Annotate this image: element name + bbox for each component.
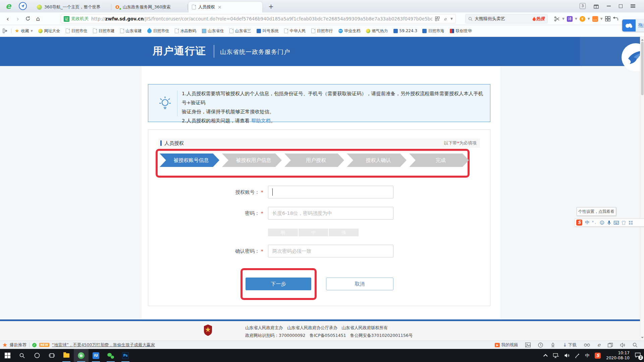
ie-compat-icon[interactable]: e — [444, 16, 446, 21]
hot-search[interactable]: 热搜 — [532, 16, 545, 22]
promo-ticker-link[interactable]: “地雷球”，不要4500万打胎费，靠偷生孩子成最大赢家 — [52, 342, 155, 348]
bookmark-item[interactable]: 山东省建 — [120, 28, 142, 34]
ime-mode-chinese[interactable]: 中 — [585, 220, 589, 226]
account-input[interactable] — [268, 186, 393, 198]
help-doc-link[interactable]: 帮助文档 — [251, 118, 271, 123]
page-scrollbar[interactable] — [640, 37, 644, 341]
url-text[interactable]: http://zwfw.sd.gov.cn/JIS/frontcoruser/c… — [91, 16, 432, 21]
tab-360-nav[interactable]: 360导航_一个主页，整个世界 — [34, 2, 111, 12]
zoom-search-icon[interactable] — [633, 343, 637, 347]
taskbar-search-button[interactable] — [15, 349, 30, 362]
task-view-button[interactable] — [44, 349, 59, 362]
password-input[interactable] — [268, 207, 393, 220]
bookmark-item[interactable]: 山东省三 — [229, 28, 251, 34]
tab-close-icon[interactable]: × — [218, 4, 222, 10]
qr-code-icon[interactable] — [435, 16, 440, 21]
wechat-button[interactable] — [103, 349, 118, 362]
bookmark-item[interactable]: 日照市海 — [422, 28, 444, 34]
bookmark-item[interactable]: 中华人民 — [284, 28, 306, 34]
tab-person-authorization[interactable]: 人员授权 × — [189, 2, 262, 12]
new-tab-button[interactable]: + — [268, 3, 274, 10]
bookmark-item[interactable]: 叫号系统 — [257, 28, 279, 34]
start-button[interactable] — [0, 349, 15, 362]
sogou-logo-icon[interactable]: S — [576, 220, 582, 226]
my-video-button[interactable]: ▶我的视频 — [495, 342, 518, 348]
maximize-button[interactable] — [619, 4, 623, 8]
game-center-icon[interactable] — [592, 16, 598, 22]
chevron-down-icon[interactable]: ▼ — [600, 17, 603, 20]
reader-glasses-icon[interactable] — [584, 343, 590, 347]
bookmark-item[interactable]: 水晶数码 — [175, 28, 197, 34]
bookmark-item[interactable]: 燃气热力 — [366, 28, 388, 34]
volume-icon[interactable] — [565, 353, 570, 358]
bookmark-item[interactable]: 山东省住 — [202, 28, 224, 34]
tab-sd-gov-search[interactable]: O 山东政务服务网_360搜索 — [112, 2, 188, 12]
split-window-icon[interactable] — [608, 343, 613, 347]
emoji-icon[interactable]: ☺ — [600, 220, 604, 225]
keyboard-icon[interactable] — [614, 221, 619, 225]
search-query[interactable]: 大熊猫街头卖艺 — [475, 16, 532, 22]
iu-app-button[interactable]: iU — [89, 349, 103, 362]
scroll-up-arrow[interactable] — [641, 38, 644, 41]
microphone-icon[interactable] — [607, 220, 611, 225]
undo-arrow-icon[interactable] — [613, 16, 619, 21]
sogou-ime-bar[interactable]: S 中 °， ☺ — [574, 219, 644, 227]
ie-mode-icon[interactable]: e — [597, 342, 600, 348]
back-button[interactable]: ‹ — [3, 15, 13, 23]
action-center-button[interactable]: 2 — [635, 353, 641, 359]
ime-indicator[interactable]: 中 — [585, 353, 589, 359]
scrollbar-thumb[interactable] — [641, 42, 644, 95]
cancel-button[interactable]: 取消 — [326, 278, 393, 290]
skin-shirt-icon[interactable] — [622, 221, 626, 225]
refresh-button[interactable] — [23, 16, 33, 21]
mute-speaker-icon[interactable] — [620, 343, 625, 347]
bookmark-item[interactable]: 联创世华 — [450, 28, 472, 34]
bookmark-item[interactable]: 59.224.3 — [393, 28, 417, 33]
search-box[interactable]: 大熊猫街头卖艺 热搜 — [465, 14, 548, 23]
ime-tooltip[interactable]: 个性设置，点我看看 — [577, 207, 616, 216]
network-icon[interactable] — [553, 353, 559, 358]
tab-count-badge[interactable]: 3 — [580, 3, 586, 9]
bookmarks-panel-icon[interactable] — [3, 28, 8, 33]
cloud-drag-popup[interactable]: 拖拽 — [622, 19, 644, 32]
scissors-icon[interactable] — [554, 16, 560, 22]
chevron-down-icon[interactable]: ▼ — [575, 17, 577, 20]
scroll-down-arrow[interactable] — [641, 337, 644, 340]
promo-label[interactable]: 爆款推荐 — [10, 342, 26, 348]
sogou-tray-icon[interactable]: S — [595, 353, 601, 359]
rebate-icon[interactable]: ¥ — [580, 16, 585, 22]
chevron-down-icon[interactable]: ▼ — [588, 17, 590, 20]
apps-grid-icon[interactable] — [605, 16, 610, 21]
bookmark-item[interactable]: 日照市建 — [93, 28, 115, 34]
hidden-icons-chevron[interactable] — [543, 354, 548, 358]
image-icon[interactable] — [525, 343, 531, 347]
360-browser-button[interactable]: e — [74, 349, 89, 362]
confirm-password-input[interactable] — [268, 245, 393, 257]
rocket-boost-icon[interactable] — [550, 343, 555, 348]
chevron-down-icon[interactable]: ▼ — [562, 17, 565, 20]
browser-360-logo-icon[interactable]: e — [4, 2, 13, 10]
chevron-down-icon[interactable]: ▼ — [450, 17, 453, 20]
forward-button[interactable]: › — [13, 15, 23, 23]
bookmark-item[interactable]: 网址大全 — [38, 28, 60, 34]
taskbar-clock[interactable]: 10:17 2020-08-10 — [606, 351, 630, 361]
address-bar[interactable]: 证 党政机关 http://zwfw.sd.gov.cn/JIS/frontco… — [61, 14, 456, 23]
photoshop-button[interactable]: Ps — [118, 349, 133, 362]
gift-icon[interactable] — [594, 4, 599, 9]
pen-ink-icon[interactable] — [575, 353, 580, 358]
download-button[interactable]: ↓下载 — [563, 342, 577, 348]
translate-icon[interactable]: 译 — [567, 16, 573, 22]
home-button[interactable]: ⌂ — [33, 15, 43, 22]
favorites-menu[interactable]: ★ 收藏 ▼ — [15, 28, 33, 34]
nav-compass-icon[interactable] — [19, 2, 27, 10]
bookmark-item[interactable]: 日照市住 — [66, 28, 88, 34]
file-explorer-button[interactable] — [59, 349, 74, 362]
bookmark-item[interactable]: 毕业生档 — [338, 28, 361, 34]
main-menu-icon[interactable] — [631, 4, 635, 8]
cortana-button[interactable] — [30, 349, 44, 362]
next-step-button[interactable]: 下一步 — [246, 278, 311, 290]
minimize-button[interactable] — [607, 6, 611, 6]
history-clock-icon[interactable] — [538, 343, 543, 348]
bookmark-item[interactable]: 日照市行 — [311, 28, 333, 34]
bookmark-item[interactable]: 日照市住 — [147, 28, 169, 34]
